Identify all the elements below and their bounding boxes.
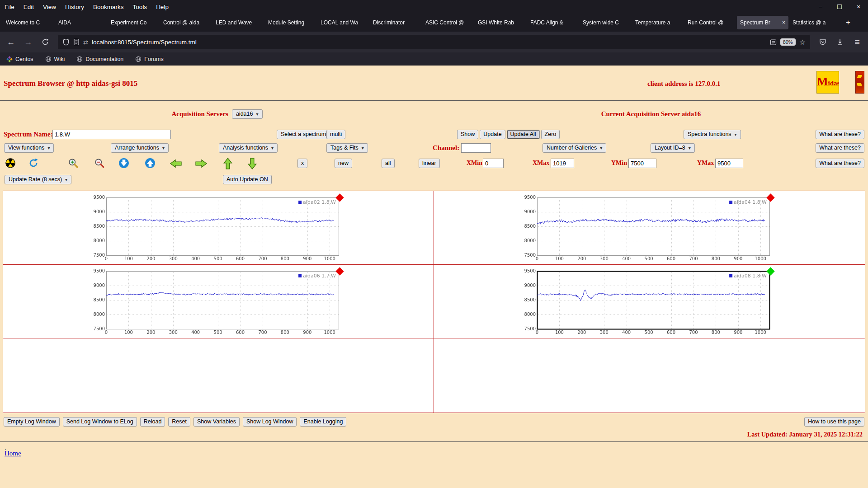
spectrum-chart-aida04[interactable]: [519, 195, 772, 263]
spectra-functions-dropdown[interactable]: Spectra functions▾: [684, 130, 741, 139]
menu-view[interactable]: View: [38, 2, 61, 12]
xmin-input[interactable]: [483, 159, 504, 168]
spectrum-name-input[interactable]: [52, 130, 171, 139]
reload-button[interactable]: Reload: [140, 417, 165, 427]
radiation-icon[interactable]: [5, 158, 15, 168]
shield-icon[interactable]: [62, 38, 70, 46]
url-bar[interactable]: ⇄ localhost:8015/Spectrum/Spectrum.tml 8…: [58, 35, 810, 49]
tab-fadc-align-[interactable]: FADC Align &: [527, 16, 579, 29]
new-button[interactable]: new: [335, 159, 352, 168]
ymax-input[interactable]: [715, 159, 743, 168]
spectrum-chart-aida08[interactable]: [519, 268, 772, 336]
tab-led-and-wave[interactable]: LED and Wave: [212, 16, 264, 29]
zoom-out-icon[interactable]: [94, 158, 105, 169]
menu-icon[interactable]: ≡: [850, 35, 864, 49]
tab-discriminator[interactable]: Discriminator: [370, 16, 421, 29]
new-tab-button[interactable]: +: [842, 16, 854, 29]
menu-tools[interactable]: Tools: [128, 2, 152, 12]
view-functions-dropdown[interactable]: View functions▾: [4, 143, 54, 153]
linear-button[interactable]: linear: [419, 159, 440, 168]
zoom-indicator[interactable]: 80%: [780, 38, 796, 46]
menu-bookmarks[interactable]: Bookmarks: [89, 2, 128, 12]
menu-edit[interactable]: Edit: [19, 2, 38, 12]
all-button[interactable]: all: [382, 159, 395, 168]
update-button[interactable]: Update: [480, 130, 505, 139]
home-link[interactable]: Home: [5, 450, 21, 457]
show-variables-button[interactable]: Show Variables: [193, 417, 240, 427]
tab-module-setting[interactable]: Module Setting: [265, 16, 316, 29]
menu-history[interactable]: History: [61, 2, 89, 12]
spectrum-panel-aida06: [88, 268, 341, 336]
reload-button[interactable]: [38, 35, 52, 49]
x-button[interactable]: x: [297, 159, 307, 168]
xmax-input[interactable]: [551, 159, 574, 168]
show-log-window-button[interactable]: Show Log Window: [243, 417, 297, 427]
sync-icon[interactable]: [28, 158, 39, 169]
arrow-up-icon[interactable]: [223, 158, 232, 169]
layout-id-dropdown[interactable]: Layout ID=8▾: [651, 143, 695, 153]
dropdown-caret-icon: ▾: [256, 111, 258, 117]
enable-logging-button[interactable]: Enable Logging: [300, 417, 346, 427]
ymin-input[interactable]: [628, 159, 656, 168]
bookmark-forums[interactable]: Forums: [135, 56, 163, 62]
reset-button[interactable]: Reset: [168, 417, 190, 427]
what-are-these-button[interactable]: What are these?: [816, 130, 864, 139]
bookmark-star-icon[interactable]: ☆: [799, 38, 806, 47]
minimize-button[interactable]: −: [811, 3, 830, 10]
forward-button[interactable]: →: [21, 35, 35, 49]
multi-button[interactable]: multi: [326, 130, 345, 139]
close-button[interactable]: ×: [849, 3, 868, 10]
update-rate-dropdown[interactable]: Update Rate (8 secs)▾: [5, 175, 71, 184]
number-of-galleries-dropdown[interactable]: Number of Galleries▾: [542, 143, 606, 153]
tab-system-wide-c[interactable]: System wide C: [580, 16, 631, 29]
tab-welcome-to-c[interactable]: Welcome to C: [3, 16, 54, 29]
tab-spectrum-br[interactable]: Spectrum Br×: [737, 16, 788, 29]
reader-mode-icon[interactable]: [770, 39, 777, 46]
arrow-left-icon[interactable]: [170, 159, 182, 168]
show-button[interactable]: Show: [457, 130, 478, 139]
footer-buttons: Empty Log WindowSend Log Window to ELogR…: [4, 417, 346, 427]
tab-close-icon[interactable]: ×: [782, 19, 785, 26]
bookmark-wiki[interactable]: Wiki: [45, 56, 65, 62]
analysis-functions-dropdown[interactable]: Analysis functions▾: [219, 143, 278, 153]
tab-gsi-white-rab[interactable]: GSI White Rab: [475, 16, 526, 29]
arrow-down-icon[interactable]: [248, 158, 257, 169]
tab-label: Run Control @: [688, 19, 733, 26]
bookmark-documentation[interactable]: Documentation: [76, 56, 123, 62]
auto-update-button[interactable]: Auto Update ON: [223, 175, 272, 184]
tab-temperature-a[interactable]: Temperature a: [632, 16, 684, 29]
spectrum-chart-aida06[interactable]: [88, 268, 341, 336]
tab-aida[interactable]: AIDA: [55, 16, 107, 29]
channel-input[interactable]: [461, 143, 491, 153]
pocket-icon[interactable]: [816, 35, 830, 49]
tab-control-aida[interactable]: Control @ aida: [160, 16, 212, 29]
arrow-right-icon[interactable]: [195, 159, 207, 168]
zoom-in-icon[interactable]: [68, 158, 79, 169]
shift-down-icon[interactable]: [118, 158, 129, 169]
what-are-these-button[interactable]: What are these?: [816, 159, 864, 168]
update-all-button[interactable]: Update All: [507, 130, 540, 139]
acquisition-server-select[interactable]: aida16▾: [232, 109, 263, 119]
menu-file[interactable]: File: [0, 2, 19, 12]
tab-asic-control-[interactable]: ASIC Control @: [422, 16, 474, 29]
empty-log-window-button[interactable]: Empty Log Window: [4, 417, 60, 427]
maximize-button[interactable]: ☐: [830, 3, 849, 10]
back-button[interactable]: ←: [4, 35, 18, 49]
how-to-use-button[interactable]: How to use this page: [804, 417, 864, 427]
send-log-window-to-elog-button[interactable]: Send Log Window to ELog: [63, 417, 137, 427]
tab-run-control-[interactable]: Run Control @: [684, 16, 736, 29]
what-are-these-button[interactable]: What are these?: [816, 143, 864, 153]
tab-experiment-co[interactable]: Experiment Co: [108, 16, 159, 29]
bookmark-centos[interactable]: Centos: [6, 56, 33, 62]
tab-local-and-wa[interactable]: LOCAL and Wa: [317, 16, 369, 29]
tab-statistics-a[interactable]: Statistics @ a: [789, 16, 841, 29]
tags-fits-dropdown[interactable]: Tags & Fits▾: [326, 143, 368, 153]
zero-button[interactable]: Zero: [541, 130, 560, 139]
site-permissions-icon[interactable]: ⇄: [83, 39, 88, 46]
downloads-icon[interactable]: [833, 35, 847, 49]
menu-help[interactable]: Help: [151, 2, 173, 12]
arrange-functions-dropdown[interactable]: Arrange functions▾: [111, 143, 169, 153]
update-row: Update Rate (8 secs)▾ Auto Update ON: [0, 175, 868, 186]
shift-up-icon[interactable]: [145, 158, 156, 169]
spectrum-chart-aida02[interactable]: [88, 195, 341, 263]
